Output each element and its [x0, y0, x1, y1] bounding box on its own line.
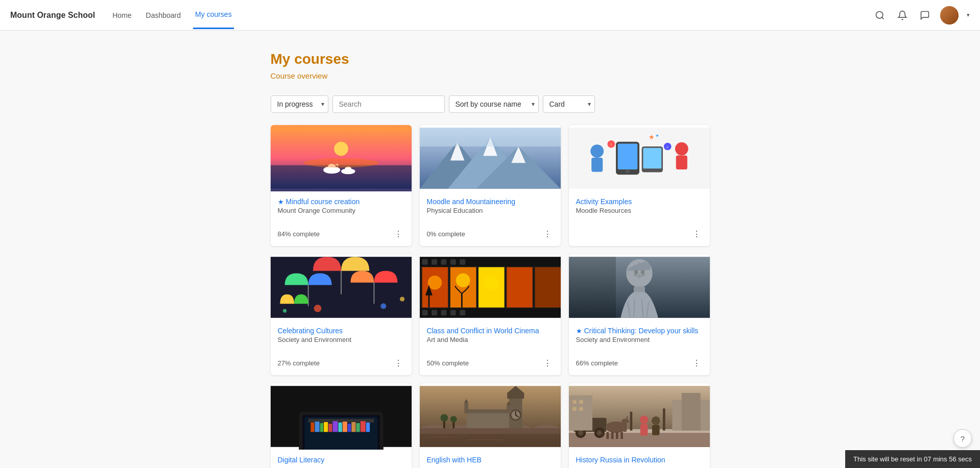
svg-rect-93 — [420, 434, 561, 447]
course-overview-link[interactable]: Course overview — [271, 71, 710, 80]
course-body: Class and Conflict in World Cinema Art a… — [420, 321, 561, 353]
sort-filter[interactable]: Sort by course name Sort by last accesse… — [449, 95, 539, 113]
course-progress: 66% complete — [576, 359, 618, 367]
page-title: My courses — [271, 51, 710, 67]
svg-text:!: ! — [610, 142, 611, 147]
help-button[interactable]: ? — [953, 429, 972, 448]
course-title[interactable]: Moodle and Mountaineering — [427, 198, 554, 206]
svg-rect-85 — [347, 424, 350, 432]
svg-point-0 — [876, 11, 883, 18]
course-body: Digital Literacy — [271, 450, 412, 468]
nav-home[interactable]: Home — [110, 2, 133, 29]
course-title[interactable]: Class and Conflict in World Cinema — [427, 327, 554, 335]
svg-rect-88 — [360, 421, 365, 432]
course-image: ! ✓ ★ ♥ — [569, 125, 710, 191]
status-filter[interactable]: In progress All Completed Future — [271, 95, 328, 113]
header-icons: ▾ — [873, 6, 970, 24]
course-category: Physical Education — [427, 207, 554, 214]
svg-rect-79 — [320, 423, 323, 432]
course-body: History Russia in Revolution — [569, 450, 710, 468]
course-grid: ★Mindful course creation Mount Orange Co… — [271, 125, 710, 468]
view-filter-wrapper: Card List Summary — [543, 95, 595, 113]
course-title[interactable]: Activity Examples — [576, 198, 703, 206]
svg-rect-17 — [420, 128, 561, 146]
svg-rect-71 — [569, 257, 616, 318]
filters-bar: In progress All Completed Future Sort by… — [271, 95, 710, 113]
course-image — [420, 125, 561, 191]
course-category: Mount Orange Community — [278, 207, 404, 214]
svg-rect-53 — [460, 310, 465, 315]
svg-line-1 — [882, 17, 884, 19]
user-menu-chevron[interactable]: ▾ — [967, 12, 970, 18]
course-footer: ⋮ — [569, 224, 710, 246]
course-body: Moodle and Mountaineering Physical Educa… — [420, 191, 561, 224]
search-input[interactable] — [332, 95, 445, 113]
more-options-button[interactable]: ⋮ — [541, 357, 554, 369]
sort-filter-wrapper: Sort by course name Sort by last accesse… — [449, 95, 539, 113]
messages-icon[interactable] — [918, 8, 932, 22]
course-title[interactable]: Celebrating Cultures — [278, 327, 404, 335]
course-title[interactable]: English with HEB — [427, 456, 554, 464]
course-card: Digital Literacy — [271, 383, 412, 468]
svg-rect-139 — [569, 386, 710, 447]
svg-point-19 — [590, 144, 604, 158]
main-nav: Home Dashboard My courses — [110, 1, 873, 29]
course-footer: 0% complete ⋮ — [420, 224, 561, 246]
course-card: Celebrating Cultures Society and Environ… — [271, 254, 412, 375]
course-title[interactable]: ★Mindful course creation — [278, 198, 404, 206]
course-image — [271, 254, 412, 321]
svg-rect-81 — [328, 424, 332, 432]
svg-point-40 — [400, 297, 404, 301]
svg-rect-57 — [507, 267, 533, 307]
more-options-button[interactable]: ⋮ — [690, 357, 703, 369]
svg-point-8 — [334, 142, 348, 156]
course-footer: 66% complete ⋮ — [569, 353, 710, 375]
svg-point-108 — [440, 414, 448, 422]
main-content: My courses Course overview In progress A… — [260, 31, 720, 468]
status-filter-wrapper: In progress All Completed Future — [271, 95, 328, 113]
course-category: Society and Environment — [278, 336, 404, 343]
course-image — [420, 254, 561, 321]
svg-rect-92 — [420, 428, 561, 434]
nav-my-courses[interactable]: My courses — [193, 1, 234, 29]
svg-rect-102 — [464, 409, 511, 413]
course-body: Activity Examples Moodle Resources — [569, 191, 710, 224]
svg-point-25 — [626, 169, 629, 173]
course-card: History Russia in Revolution — [569, 383, 710, 468]
svg-text:✓: ✓ — [666, 145, 669, 150]
view-filter[interactable]: Card List Summary — [543, 95, 595, 113]
more-options-button[interactable]: ⋮ — [541, 228, 554, 240]
course-footer: 84% complete ⋮ — [271, 224, 412, 246]
svg-rect-50 — [432, 310, 437, 315]
svg-rect-55 — [450, 267, 476, 307]
course-image — [271, 125, 412, 191]
course-category: Moodle Resources — [576, 207, 703, 214]
course-image — [569, 383, 710, 450]
nav-dashboard[interactable]: Dashboard — [144, 2, 183, 29]
more-options-button[interactable]: ⋮ — [690, 228, 703, 240]
svg-rect-20 — [591, 158, 603, 172]
more-options-button[interactable]: ⋮ — [392, 228, 404, 240]
notifications-icon[interactable] — [895, 8, 910, 22]
course-title[interactable]: ★Critical Thinking: Develop your skills — [576, 327, 703, 335]
course-progress: 0% complete — [427, 230, 465, 238]
course-body: Celebrating Cultures Society and Environ… — [271, 321, 412, 353]
svg-text:♥: ♥ — [656, 133, 658, 138]
course-title[interactable]: Digital Literacy — [278, 456, 404, 464]
course-image — [420, 383, 561, 450]
svg-point-110 — [450, 416, 457, 423]
svg-point-38 — [314, 305, 321, 312]
svg-rect-83 — [338, 423, 342, 432]
svg-rect-46 — [441, 259, 446, 265]
search-icon[interactable] — [873, 8, 887, 22]
user-avatar[interactable] — [940, 6, 959, 24]
more-options-button[interactable]: ⋮ — [392, 357, 404, 369]
svg-rect-82 — [332, 421, 338, 432]
course-category: Art and Media — [427, 336, 554, 343]
header: Mount Orange School Home Dashboard My co… — [0, 0, 980, 31]
course-card: ★Mindful course creation Mount Orange Co… — [271, 125, 412, 246]
svg-rect-45 — [432, 259, 437, 265]
course-title[interactable]: History Russia in Revolution — [576, 456, 703, 464]
course-card: English with HEB — [420, 383, 561, 468]
svg-rect-89 — [366, 423, 369, 432]
